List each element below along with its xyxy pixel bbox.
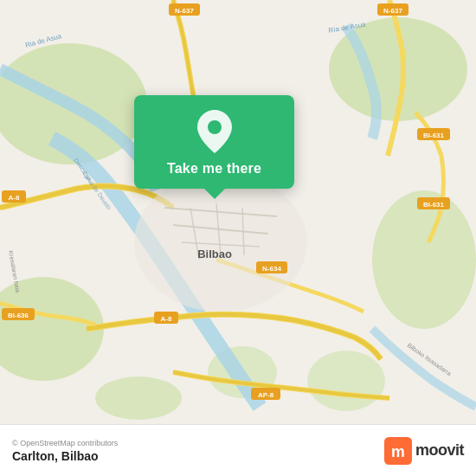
svg-point-40	[208, 120, 222, 134]
svg-text:Bilbao: Bilbao	[197, 248, 232, 261]
svg-text:BI-636: BI-636	[8, 312, 29, 319]
take-me-there-button[interactable]: Take me there	[167, 161, 261, 177]
svg-text:BI-631: BI-631	[423, 132, 445, 139]
svg-text:m: m	[391, 443, 405, 460]
location-pin-icon	[194, 111, 235, 152]
svg-point-6	[95, 376, 182, 420]
map-background: A-8 A-8 N-637 N-637 BI-631 BI-631 N-634 …	[0, 0, 476, 424]
svg-point-7	[307, 351, 385, 411]
popup-card[interactable]: Take me there	[134, 95, 294, 189]
location-label: Carlton, Bilbao	[12, 449, 118, 463]
attribution-text: © OpenStreetMap contributors	[12, 439, 118, 447]
svg-text:N-634: N-634	[262, 265, 281, 273]
svg-text:BI-631: BI-631	[423, 201, 445, 209]
svg-text:A-8: A-8	[9, 194, 20, 202]
moovit-logo[interactable]: m moovit	[384, 437, 464, 465]
svg-text:A-8: A-8	[161, 315, 172, 323]
svg-text:AP-8: AP-8	[258, 391, 274, 399]
svg-text:N-637: N-637	[175, 7, 194, 15]
svg-point-3	[372, 190, 476, 329]
bottom-left-section: © OpenStreetMap contributors Carlton, Bi…	[12, 439, 118, 463]
svg-text:N-637: N-637	[383, 7, 402, 15]
moovit-brand-text: moovit	[415, 441, 464, 460]
bottom-bar: © OpenStreetMap contributors Carlton, Bi…	[0, 424, 476, 476]
moovit-logo-icon: m	[384, 437, 412, 465]
map-container: A-8 A-8 N-637 N-637 BI-631 BI-631 N-634 …	[0, 0, 476, 424]
